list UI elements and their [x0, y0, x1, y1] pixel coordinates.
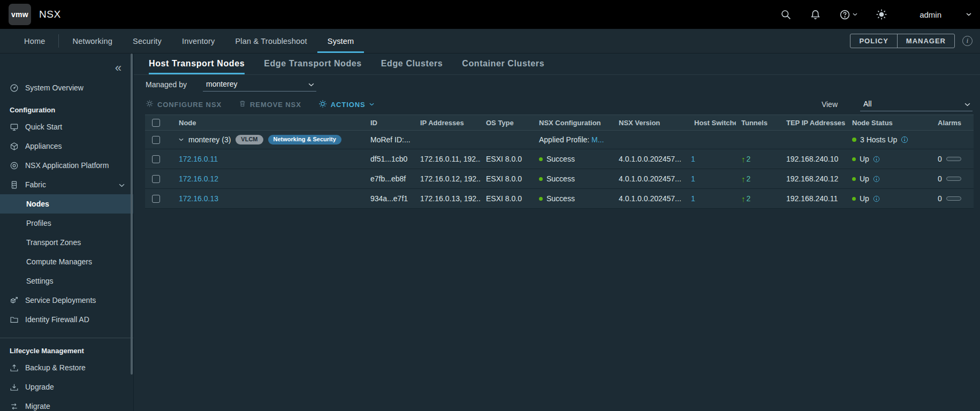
nav-item-security[interactable]: Security [123, 29, 172, 53]
policy-mode-button[interactable]: POLICY [850, 34, 897, 48]
column-header-alarms[interactable]: Alarms [932, 119, 974, 127]
column-header-id[interactable]: ID [365, 119, 415, 127]
notifications-bell-icon[interactable] [810, 9, 821, 20]
column-header-tep-ip-addresses[interactable]: TEP IP Addresses [781, 119, 847, 127]
sidebar-item-nsx-application-platform[interactable]: NSX Application Platform [0, 156, 133, 175]
node-link[interactable]: 172.16.0.13 [179, 194, 218, 203]
sidebar-item-fabric[interactable]: Fabric [0, 175, 133, 194]
column-header-tunnels[interactable]: Tunnels [736, 119, 781, 127]
sidebar-item-service-deployments[interactable]: Service Deployments [0, 291, 133, 310]
sidebar-item-identity-firewall-ad[interactable]: Identity Firewall AD [0, 310, 133, 329]
sidebar-section-configuration: Configuration [10, 106, 133, 114]
sidebar-item-appliances[interactable]: Appliances [0, 136, 133, 156]
sidebar-item-backup-restore[interactable]: Backup & Restore [0, 358, 133, 377]
alarms-count[interactable]: 0 [938, 174, 942, 183]
nav-item-plan-troubleshoot[interactable]: Plan & Troubleshoot [225, 29, 317, 53]
sidebar-item-migrate[interactable]: Migrate [0, 397, 133, 411]
info-icon[interactable] [873, 176, 880, 182]
sidebar-item-settings[interactable]: Settings [0, 271, 133, 291]
group-row-checkbox[interactable] [152, 136, 160, 144]
select-all-checkbox[interactable] [152, 119, 160, 127]
column-header-host-switches[interactable]: Host Switches [689, 119, 736, 127]
tunnels-count[interactable]: 2 [747, 155, 751, 163]
sidebar-item-system-overview[interactable]: System Overview [0, 78, 133, 97]
alarms-bar [946, 196, 961, 201]
node-id: df51...1cb0 [365, 155, 415, 163]
column-header-nsx-configuration[interactable]: NSX Configuration [534, 119, 613, 127]
cluster-group-row: monterey (3) VLCM Networking & Security … [145, 131, 974, 149]
host-switches-link[interactable]: 1 [691, 174, 695, 183]
cluster-name[interactable]: monterey (3) [188, 135, 231, 144]
sidebar-collapse-icon[interactable]: « [115, 62, 121, 74]
tab-edge-transport-nodes[interactable]: Edge Transport Nodes [264, 54, 362, 74]
configure-nsx-button[interactable]: CONFIGURE NSX [146, 100, 222, 109]
networking-security-badge: Networking & Security [268, 135, 341, 144]
tunnels-count[interactable]: 2 [747, 194, 751, 203]
node-link[interactable]: 172.16.0.12 [179, 174, 218, 183]
row-checkbox[interactable] [152, 155, 160, 163]
table-row: 172.16.0.11 df51...1cb0 172.16.0.11, 192… [145, 149, 974, 169]
host-switches-link[interactable]: 1 [691, 194, 695, 203]
sidebar-item-label: Nodes [26, 200, 49, 208]
tep-ip-address: 192.168.240.12 [781, 174, 847, 183]
node-os-type: ESXI 8.0.0 [481, 155, 534, 163]
nav-item-inventory[interactable]: Inventory [172, 29, 225, 53]
manager-mode-button[interactable]: MANAGER [897, 34, 954, 48]
info-icon[interactable] [873, 195, 880, 202]
host-switches-link[interactable]: 1 [691, 155, 695, 163]
alarms-count[interactable]: 0 [938, 194, 942, 203]
alarms-count[interactable]: 0 [938, 155, 942, 163]
help-menu-icon[interactable] [839, 9, 857, 20]
hosts-up-status: 3 Hosts Up [860, 135, 897, 144]
search-icon[interactable] [780, 9, 792, 20]
info-icon[interactable] [901, 136, 908, 143]
monitor-icon [10, 123, 19, 132]
remove-nsx-button[interactable]: REMOVE NSX [239, 100, 301, 109]
nav-item-system[interactable]: System [317, 29, 364, 53]
column-header-os-type[interactable]: OS Type [481, 119, 534, 127]
vmware-logo[interactable]: vmw [9, 4, 31, 25]
table-row: 172.16.0.13 934a...e7f1 172.16.0.13, 192… [145, 189, 974, 209]
sidebar-item-compute-managers[interactable]: Compute Managers [0, 252, 133, 271]
tab-container-clusters[interactable]: Container Clusters [462, 54, 544, 74]
theme-sun-icon[interactable] [876, 9, 887, 20]
tunnels-count[interactable]: 2 [747, 174, 751, 183]
configure-nsx-label: CONFIGURE NSX [157, 101, 222, 109]
mode-info-icon[interactable]: i [962, 36, 973, 46]
applied-profile-link[interactable]: M... [591, 135, 604, 144]
policy-manager-toggle: POLICY MANAGER [850, 34, 955, 48]
managed-by-select[interactable]: monterey [203, 78, 316, 92]
sidebar-item-profiles[interactable]: Profiles [0, 214, 133, 233]
sidebar-scrollbar[interactable] [131, 54, 133, 375]
column-header-ip-addresses[interactable]: IP Addresses [415, 119, 481, 127]
view-value: All [863, 100, 872, 108]
actions-button[interactable]: ACTIONS [318, 100, 374, 110]
view-select[interactable]: All [860, 98, 973, 111]
tab-host-transport-nodes[interactable]: Host Transport Nodes [149, 54, 245, 74]
sidebar-item-transport-zones[interactable]: Transport Zones [0, 233, 133, 252]
sidebar-item-quick-start[interactable]: Quick Start [0, 117, 133, 136]
column-header-node[interactable]: Node [171, 119, 365, 127]
collapse-caret-icon[interactable] [179, 138, 184, 141]
node-link[interactable]: 172.16.0.11 [179, 155, 218, 163]
node-status: Up [860, 174, 869, 183]
vmware-logo-text: vmw [11, 10, 28, 19]
status-dot-green [539, 197, 543, 201]
sidebar-item-nodes[interactable]: Nodes [0, 194, 133, 214]
column-header-node-status[interactable]: Node Status [847, 119, 932, 127]
nav-item-networking[interactable]: Networking [62, 29, 123, 53]
nav-item-home[interactable]: Home [14, 29, 55, 53]
nsx-version: 4.0.1.0.0.202457... [613, 155, 689, 163]
tep-ip-address: 192.168.240.11 [781, 194, 847, 203]
top-bar: vmw NSX admin [0, 0, 980, 29]
tab-edge-clusters[interactable]: Edge Clusters [381, 54, 443, 74]
tunnel-up-arrow-icon: ↑ [741, 175, 746, 183]
user-name: admin [920, 10, 941, 19]
info-icon[interactable] [873, 156, 880, 163]
sidebar-item-upgrade[interactable]: Upgrade [0, 377, 133, 397]
table-row: 172.16.0.12 e7fb...eb8f 172.16.0.12, 192… [145, 169, 974, 189]
column-header-nsx-version[interactable]: NSX Version [613, 119, 689, 127]
user-menu[interactable]: admin [920, 10, 973, 19]
row-checkbox[interactable] [152, 195, 160, 203]
row-checkbox[interactable] [152, 175, 160, 183]
